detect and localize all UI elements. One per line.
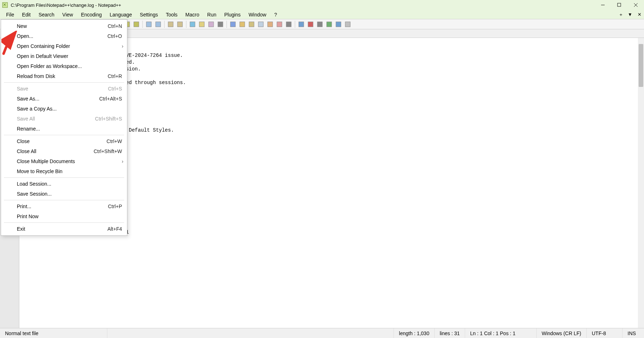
func-list-icon[interactable]	[266, 20, 274, 29]
zoom-out-icon[interactable]	[154, 20, 162, 29]
file-menu-open[interactable]: Open...Ctrl+O	[1, 31, 127, 41]
menu-item-help[interactable]: ?	[270, 10, 281, 19]
file-menu-close-multiple-documents[interactable]: Close Multiple Documents›	[1, 156, 127, 166]
dropdown-icon[interactable]	[216, 20, 225, 29]
file-menu-print-now[interactable]: Print Now	[1, 211, 127, 221]
status-insert-mode[interactable]: INS	[623, 328, 644, 338]
menu-item-label: Print Now	[17, 214, 122, 219]
replace-icon[interactable]	[132, 20, 141, 29]
file-menu-new[interactable]: NewCtrl+N	[1, 21, 127, 31]
maximize-button[interactable]	[611, 0, 628, 10]
close-tab-icon[interactable]: ✕	[636, 11, 643, 18]
svg-rect-2	[618, 3, 621, 6]
menu-item-label: Save As...	[17, 96, 99, 102]
sync-v-icon[interactable]	[166, 20, 175, 29]
menu-item-encoding[interactable]: Encoding	[77, 10, 106, 19]
play-icon[interactable]	[325, 20, 333, 29]
close-button[interactable]	[628, 0, 644, 10]
chevron-right-icon: ›	[122, 43, 123, 49]
menu-item-label: Open in Default Viewer	[17, 53, 122, 59]
svg-rect-29	[249, 22, 254, 27]
svg-rect-20	[156, 22, 161, 27]
file-menu-save-session[interactable]: Save Session...	[1, 189, 127, 199]
menu-item-search[interactable]: Search	[35, 10, 58, 19]
file-menu-save-a-copy-as[interactable]: Save a Copy As...	[1, 104, 127, 114]
menu-item-tools[interactable]: Tools	[162, 10, 181, 19]
file-menu-open-containing-folder[interactable]: Open Containing Folder›	[1, 41, 127, 51]
menu-item-shortcut: Ctrl+P	[108, 204, 122, 209]
stop-icon[interactable]	[316, 20, 324, 29]
svg-rect-37	[327, 22, 332, 27]
toolbar-separator	[142, 21, 143, 28]
menu-item-shortcut: Ctrl+N	[108, 23, 122, 29]
status-eol[interactable]: Windows (CR LF)	[537, 328, 587, 338]
status-encoding[interactable]: UTF-8	[587, 328, 623, 338]
menu-item-shortcut: Ctrl+O	[107, 33, 122, 39]
file-menu-exit[interactable]: ExitAlt+F4	[1, 224, 127, 234]
file-menu-print[interactable]: Print...Ctrl+P	[1, 201, 127, 211]
svg-rect-24	[199, 22, 204, 27]
svg-rect-25	[209, 22, 214, 27]
menu-item-settings[interactable]: Settings	[136, 10, 162, 19]
file-menu-move-to-recycle-bin[interactable]: Move to Recycle Bin	[1, 166, 127, 176]
menu-item-label: New	[17, 23, 108, 29]
menu-separator	[4, 200, 124, 200]
menu-item-edit[interactable]: Edit	[18, 10, 35, 19]
menu-item-file[interactable]: File	[2, 10, 18, 19]
status-spacer	[107, 328, 394, 338]
menu-item-label: Rename...	[17, 126, 122, 132]
menu-item-run[interactable]: Run	[203, 10, 220, 19]
fold-all-icon[interactable]	[229, 20, 237, 29]
titlebar: C:\Program Files\Notepad++\change.log - …	[0, 0, 644, 10]
scrollbar-thumb[interactable]	[639, 44, 643, 87]
file-menu-save-all: Save AllCtrl+Shift+S	[1, 114, 127, 124]
file-menu-rename[interactable]: Rename...	[1, 124, 127, 134]
unfold-all-icon[interactable]	[238, 20, 247, 29]
record-icon[interactable]	[306, 20, 315, 29]
show-all-icon[interactable]	[197, 20, 206, 29]
menu-item-label: Open...	[17, 33, 107, 39]
menu-item-macro[interactable]: Macro	[181, 10, 203, 19]
indent-guide-icon[interactable]	[207, 20, 215, 29]
menu-item-language[interactable]: Language	[106, 10, 136, 19]
svg-rect-19	[146, 22, 151, 27]
file-menu-save: SaveCtrl+S	[1, 84, 127, 94]
menu-item-label: Close All	[17, 148, 94, 154]
dropdown-icon[interactable]: ▼	[627, 11, 633, 18]
status-doc-type: Normal text file	[0, 328, 107, 338]
file-menu-load-session[interactable]: Load Session...	[1, 179, 127, 189]
svg-rect-21	[168, 22, 173, 27]
file-menu-save-as[interactable]: Save As...Ctrl+Alt+S	[1, 94, 127, 104]
toolbar-separator	[186, 21, 186, 28]
save-macro-icon[interactable]	[343, 20, 352, 29]
menu-item-label: Close	[17, 138, 107, 144]
preview-icon[interactable]	[297, 20, 306, 29]
add-tab-icon[interactable]: ＋	[618, 11, 624, 18]
svg-rect-22	[177, 22, 182, 27]
doc-map-icon[interactable]	[247, 20, 256, 29]
minimize-button[interactable]	[595, 0, 611, 10]
file-menu-open-folder-as-workspace[interactable]: Open Folder as Workspace...	[1, 61, 127, 71]
svg-rect-30	[258, 22, 263, 27]
menu-item-view[interactable]: View	[58, 10, 77, 19]
file-menu-reload-from-disk[interactable]: Reload from DiskCtrl+R	[1, 71, 127, 81]
file-menu-open-in-default-viewer[interactable]: Open in Default Viewer	[1, 51, 127, 61]
svg-rect-31	[268, 22, 273, 27]
doc-list-icon[interactable]	[257, 20, 265, 29]
file-menu-close-all[interactable]: Close AllCtrl+Shift+W	[1, 146, 127, 156]
menu-item-window[interactable]: Window	[245, 10, 270, 19]
zoom-in-icon[interactable]	[145, 20, 153, 29]
svg-rect-34	[299, 22, 304, 27]
folder-ws-icon[interactable]	[275, 20, 284, 29]
menu-item-shortcut: Ctrl+R	[108, 73, 122, 79]
svg-rect-39	[345, 22, 350, 27]
menu-item-plugins[interactable]: Plugins	[220, 10, 245, 19]
menu-item-label: Save All	[17, 116, 95, 122]
file-menu-close[interactable]: CloseCtrl+W	[1, 136, 127, 146]
monitor-icon[interactable]	[284, 20, 293, 29]
sync-h-icon[interactable]	[176, 20, 184, 29]
play-multi-icon[interactable]	[334, 20, 343, 29]
word-wrap-icon[interactable]	[188, 20, 197, 29]
menu-item-label: Load Session...	[17, 181, 122, 187]
vertical-scrollbar[interactable]	[638, 38, 644, 328]
